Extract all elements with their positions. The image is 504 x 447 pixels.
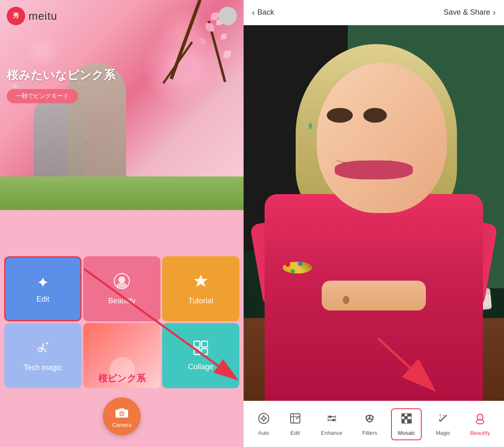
beautify-icon xyxy=(113,273,130,293)
svg-point-5 xyxy=(44,350,47,352)
svg-text:✦: ✦ xyxy=(445,414,448,418)
tile-beautify[interactable]: Beautify xyxy=(83,256,160,321)
app-grid: ✦ Edit Beautify Tutorial xyxy=(4,256,239,388)
app-header: 秀 meitu xyxy=(7,7,58,25)
svg-rect-37 xyxy=(404,416,407,419)
sakura-label: 桜ピンク系 xyxy=(98,372,146,385)
tile-edit[interactable]: ✦ Edit xyxy=(4,256,81,321)
techmagic-icon: ✦ xyxy=(34,339,51,360)
tool-auto[interactable]: Auto xyxy=(252,409,276,439)
svg-point-26 xyxy=(332,419,335,421)
camera-label: Camera xyxy=(112,422,131,428)
filters-icon xyxy=(364,413,375,427)
beautify-tool-icon xyxy=(474,413,486,427)
forward-chevron-icon: › xyxy=(493,8,496,17)
tutorial-icon xyxy=(192,273,209,293)
svg-rect-36 xyxy=(402,416,404,419)
svg-rect-38 xyxy=(407,416,412,419)
tile-techmagic[interactable]: ✦ Tech magic xyxy=(4,323,81,388)
tool-beautify[interactable]: Beautify xyxy=(464,409,496,439)
svg-rect-40 xyxy=(404,419,407,423)
svg-text:✦: ✦ xyxy=(439,413,441,416)
photo-background xyxy=(244,25,504,401)
svg-point-1 xyxy=(118,276,125,283)
back-chevron-icon: ‹ xyxy=(252,8,255,17)
auto-icon xyxy=(258,413,270,427)
svg-rect-33 xyxy=(402,413,404,416)
mosaic-label: Mosaic xyxy=(398,430,415,436)
svg-point-13 xyxy=(121,412,123,415)
mosaic-icon xyxy=(401,413,412,427)
svg-point-46 xyxy=(478,415,482,418)
svg-point-24 xyxy=(329,415,331,418)
editor-toolbar: Auto Edit xyxy=(244,401,504,447)
enhance-label: Enhance xyxy=(321,430,342,436)
svg-text:✦: ✦ xyxy=(45,341,49,347)
svg-marker-3 xyxy=(194,275,208,287)
svg-point-18 xyxy=(259,413,269,423)
tool-enhance[interactable]: Enhance xyxy=(315,409,348,439)
app-name: meitu xyxy=(29,10,58,23)
magic-icon: ✦ ✦ xyxy=(437,413,449,427)
auto-label: Auto xyxy=(258,430,269,436)
tile-tutorial[interactable]: Tutorial xyxy=(162,256,239,321)
svg-point-2 xyxy=(117,283,127,288)
svg-rect-20 xyxy=(291,414,300,423)
left-panel: 秀 meitu 桜みたいなピンク系 一秒でピンクモード xyxy=(0,0,244,447)
edit-tool-icon xyxy=(289,413,301,427)
svg-rect-8 xyxy=(202,341,207,347)
camera-button[interactable]: Camera xyxy=(103,397,141,435)
svg-rect-39 xyxy=(402,419,404,423)
svg-rect-10 xyxy=(202,349,207,355)
save-share-button[interactable]: Save & Share › xyxy=(444,8,496,17)
collage-icon xyxy=(193,340,208,359)
svg-rect-35 xyxy=(407,413,412,416)
right-panel: ‹ Back Save & Share › xyxy=(244,0,504,447)
edit-tool-label: Edit xyxy=(291,430,300,436)
tile-sakura[interactable]: 桜ピンク系 xyxy=(83,323,160,388)
pink-mode-button[interactable]: 一秒でピンクモード xyxy=(7,89,78,103)
tool-filters[interactable]: Filters xyxy=(357,409,383,439)
svg-point-19 xyxy=(262,417,265,420)
svg-rect-34 xyxy=(404,413,407,416)
tool-edit[interactable]: Edit xyxy=(284,409,307,439)
avatar[interactable] xyxy=(218,7,237,25)
tool-mosaic[interactable]: Mosaic xyxy=(391,408,422,440)
editor-header: ‹ Back Save & Share › xyxy=(244,0,504,25)
photo-canvas xyxy=(244,25,504,401)
svg-rect-41 xyxy=(407,419,412,423)
back-button[interactable]: ‹ Back xyxy=(252,8,274,17)
tool-magic[interactable]: ✦ ✦ Magic xyxy=(430,409,457,439)
edit-icon: ✦ xyxy=(37,274,49,292)
tile-collage[interactable]: Collage xyxy=(162,323,239,388)
svg-rect-9 xyxy=(194,349,200,355)
filters-label: Filters xyxy=(362,430,377,436)
meitu-logo: 秀 xyxy=(7,7,25,25)
svg-rect-7 xyxy=(194,341,200,347)
enhance-icon xyxy=(326,413,338,427)
beautify-tool-label: Beautify xyxy=(470,430,490,436)
magic-label: Magic xyxy=(436,430,451,436)
japanese-headline: 桜みたいなピンク系 xyxy=(7,67,116,83)
hero-banner xyxy=(0,0,244,210)
